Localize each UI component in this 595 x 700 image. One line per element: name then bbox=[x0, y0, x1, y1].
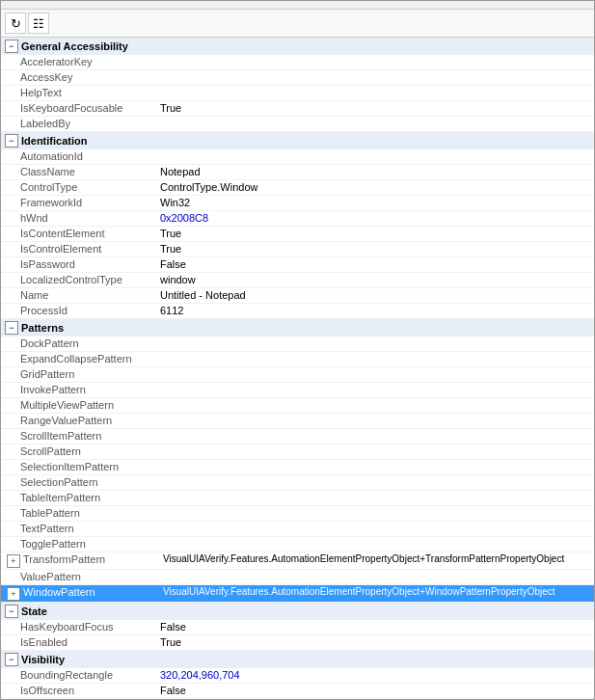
prop-row[interactable]: AccessKey bbox=[1, 70, 594, 86]
prop-row[interactable]: IsEnabledTrue bbox=[1, 635, 594, 651]
prop-row[interactable]: BoundingRectangle320,204,960,704 bbox=[1, 668, 594, 684]
prop-row[interactable]: HasKeyboardFocusFalse bbox=[1, 620, 594, 635]
prop-value: VisualUIAVerify.Features.AutomationEleme… bbox=[163, 586, 590, 597]
prop-value: False bbox=[160, 621, 590, 633]
prop-row[interactable]: AcceleratorKey bbox=[1, 55, 594, 70]
prop-row[interactable]: AutomationId bbox=[1, 149, 594, 165]
view-icon: ☷ bbox=[33, 16, 44, 31]
prop-name: RangeValuePattern bbox=[20, 415, 160, 426]
prop-name: ProcessId bbox=[20, 305, 160, 316]
expand-icon-patterns bbox=[5, 321, 18, 335]
prop-row[interactable]: InvokePattern bbox=[1, 383, 594, 398]
prop-name: LocalizedControlType bbox=[20, 274, 160, 285]
section-label-patterns: Patterns bbox=[21, 322, 64, 334]
prop-row[interactable]: TablePattern bbox=[1, 506, 594, 522]
prop-row[interactable]: SelectionPattern bbox=[1, 475, 594, 491]
prop-row[interactable]: DockPattern bbox=[1, 337, 594, 352]
prop-value: 320,204,960,704 bbox=[160, 669, 590, 681]
expand-inline-icon bbox=[7, 554, 20, 568]
prop-name: GridPattern bbox=[20, 368, 160, 380]
prop-name: TablePattern bbox=[20, 507, 160, 519]
prop-name: HasKeyboardFocus bbox=[20, 621, 160, 633]
prop-name: IsOffscreen bbox=[20, 685, 160, 696]
prop-row[interactable]: GridPattern bbox=[1, 367, 594, 383]
expand-icon-visibility bbox=[5, 653, 18, 666]
prop-row[interactable]: TableItemPattern bbox=[1, 491, 594, 506]
prop-value: True bbox=[160, 228, 590, 239]
prop-name: TableItemPattern bbox=[20, 492, 160, 503]
prop-row[interactable]: RangeValuePattern bbox=[1, 414, 594, 429]
prop-row[interactable]: LabeledBy bbox=[1, 117, 594, 132]
toolbar: ↻ ☷ bbox=[1, 10, 594, 38]
expandable-prop-row[interactable]: WindowPatternVisualUIAVerify.Features.Au… bbox=[1, 585, 594, 603]
prop-name: IsContentElement bbox=[20, 228, 160, 239]
section-label-state: State bbox=[21, 606, 47, 617]
prop-row[interactable]: IsContentElementTrue bbox=[1, 227, 594, 242]
prop-value: True bbox=[160, 102, 590, 114]
prop-name: InvokePattern bbox=[20, 384, 160, 395]
prop-row[interactable]: LocalizedControlTypewindow bbox=[1, 273, 594, 288]
prop-name: ValuePattern bbox=[20, 571, 160, 582]
prop-value: Win32 bbox=[160, 197, 590, 208]
prop-name: IsPassword bbox=[20, 258, 160, 270]
refresh-button[interactable]: ↻ bbox=[5, 13, 26, 34]
expand-inline-icon bbox=[7, 587, 20, 601]
prop-row[interactable]: ScrollPattern bbox=[1, 444, 594, 460]
prop-value: 6112 bbox=[160, 305, 590, 316]
prop-row[interactable]: ProcessId6112 bbox=[1, 304, 594, 319]
section-header-state[interactable]: State bbox=[1, 603, 594, 620]
prop-name: AccessKey bbox=[20, 71, 160, 83]
prop-row[interactable]: IsOffscreenFalse bbox=[1, 684, 594, 699]
prop-name: SelectionPattern bbox=[20, 476, 160, 488]
prop-row[interactable]: ClassNameNotepad bbox=[1, 165, 594, 180]
prop-value: Untitled - Notepad bbox=[160, 289, 590, 301]
prop-name: ControlType bbox=[20, 181, 160, 193]
prop-row[interactable]: hWnd0x2008C8 bbox=[1, 211, 594, 227]
prop-row[interactable]: FrameworkIdWin32 bbox=[1, 196, 594, 211]
prop-value: True bbox=[160, 243, 590, 255]
prop-name: AutomationId bbox=[20, 150, 160, 162]
prop-row[interactable]: ValuePattern bbox=[1, 570, 594, 585]
view-button[interactable]: ☷ bbox=[28, 13, 49, 34]
prop-row[interactable]: MultipleViewPattern bbox=[1, 398, 594, 414]
prop-name: ScrollItemPattern bbox=[20, 430, 160, 442]
prop-name: hWnd bbox=[20, 212, 160, 224]
section-header-identification[interactable]: Identification bbox=[1, 132, 594, 149]
prop-name: TextPattern bbox=[20, 523, 160, 534]
title-bar bbox=[1, 1, 594, 10]
prop-row[interactable]: ExpandCollapsePattern bbox=[1, 352, 594, 367]
prop-row[interactable]: TogglePattern bbox=[1, 537, 594, 552]
prop-value: False bbox=[160, 258, 590, 270]
prop-name: WindowPattern bbox=[23, 586, 163, 598]
prop-name: BoundingRectangle bbox=[20, 669, 160, 681]
expand-icon-identification bbox=[5, 134, 18, 148]
section-label-general-accessibility: General Accessibility bbox=[21, 40, 128, 52]
expandable-prop-row[interactable]: TransformPatternVisualUIAVerify.Features… bbox=[1, 552, 594, 570]
prop-row[interactable]: IsKeyboardFocusableTrue bbox=[1, 101, 594, 117]
prop-name: IsEnabled bbox=[20, 636, 160, 648]
section-label-identification: Identification bbox=[21, 135, 87, 147]
prop-value: VisualUIAVerify.Features.AutomationEleme… bbox=[163, 553, 590, 564]
section-header-general-accessibility[interactable]: General Accessibility bbox=[1, 38, 594, 55]
prop-row[interactable]: ScrollItemPattern bbox=[1, 429, 594, 444]
section-header-patterns[interactable]: Patterns bbox=[1, 319, 594, 337]
prop-row[interactable]: IsPasswordFalse bbox=[1, 257, 594, 273]
expand-icon-general-accessibility bbox=[5, 40, 18, 53]
prop-row[interactable]: IsControlElementTrue bbox=[1, 242, 594, 257]
prop-name: AcceleratorKey bbox=[20, 56, 160, 67]
prop-name: TogglePattern bbox=[20, 538, 160, 550]
properties-window: ↻ ☷ General AccessibilityAcceleratorKeyA… bbox=[0, 0, 595, 700]
expand-icon-state bbox=[5, 605, 18, 618]
prop-row[interactable]: NameUntitled - Notepad bbox=[1, 288, 594, 304]
prop-row[interactable]: TextPattern bbox=[1, 522, 594, 537]
prop-row[interactable]: SelectionItemPattern bbox=[1, 460, 594, 475]
prop-name: TransformPattern bbox=[23, 553, 163, 565]
section-header-visibility[interactable]: Visibility bbox=[1, 651, 594, 668]
prop-name: FrameworkId bbox=[20, 197, 160, 208]
prop-value: False bbox=[160, 685, 590, 696]
properties-content[interactable]: General AccessibilityAcceleratorKeyAcces… bbox=[1, 38, 594, 699]
prop-row[interactable]: ControlTypeControlType.Window bbox=[1, 180, 594, 196]
prop-name: SelectionItemPattern bbox=[20, 461, 160, 472]
prop-name: LabeledBy bbox=[20, 118, 160, 129]
prop-row[interactable]: HelpText bbox=[1, 86, 594, 101]
